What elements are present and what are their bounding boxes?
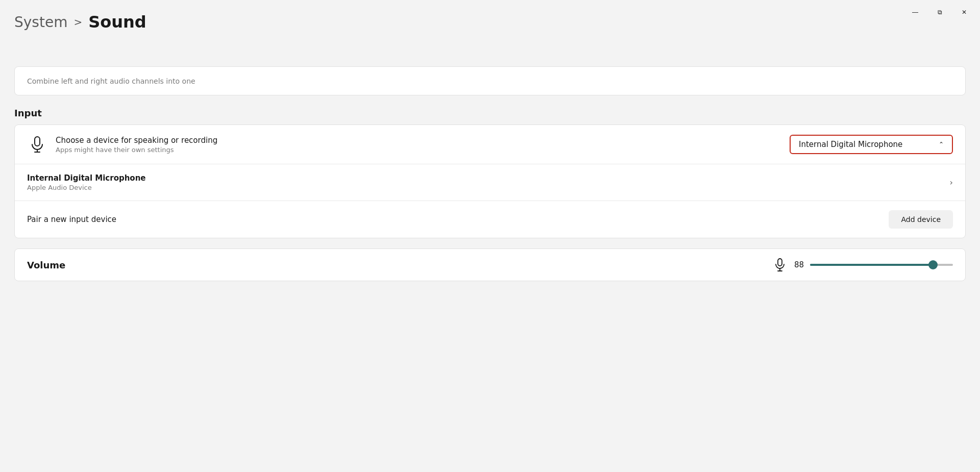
volume-value: 88 — [792, 260, 804, 269]
svg-rect-3 — [778, 259, 782, 266]
main-content: Combine left and right audio channels in… — [14, 66, 966, 281]
choose-device-row[interactable]: Choose a device for speaking or recordin… — [15, 125, 965, 164]
input-section-label: Input — [14, 108, 966, 118]
chevron-up-icon: ⌃ — [939, 141, 944, 148]
combine-channels-row: Combine left and right audio channels in… — [14, 66, 966, 95]
volume-slider[interactable] — [810, 259, 953, 271]
maximize-button[interactable]: ⧉ — [928, 4, 951, 20]
minimize-button[interactable]: — — [903, 4, 927, 20]
internal-mic-subtitle: Apple Audio Device — [27, 184, 950, 191]
choose-device-subtitle: Apps might have their own settings — [56, 146, 790, 154]
pair-device-label: Pair a new input device — [27, 215, 889, 224]
breadcrumb-current: Sound — [88, 12, 146, 32]
choose-device-title: Choose a device for speaking or recordin… — [56, 136, 790, 145]
pair-device-row: Pair a new input device Add device — [15, 201, 965, 238]
breadcrumb-separator: > — [74, 16, 82, 28]
microphone-icon — [27, 134, 47, 155]
internal-mic-text: Internal Digital Microphone Apple Audio … — [27, 173, 950, 191]
combine-channels-text: Combine left and right audio channels in… — [27, 77, 195, 85]
title-bar: — ⧉ ✕ — [903, 0, 980, 20]
input-card: Choose a device for speaking or recordin… — [14, 125, 966, 238]
volume-slider-fill — [810, 264, 933, 266]
add-device-button[interactable]: Add device — [889, 210, 953, 229]
chevron-right-icon: › — [950, 178, 953, 187]
selected-device-box[interactable]: Internal Digital Microphone ⌃ — [790, 135, 953, 154]
selected-device-text: Internal Digital Microphone — [799, 140, 902, 149]
internal-mic-row[interactable]: Internal Digital Microphone Apple Audio … — [15, 164, 965, 201]
volume-controls: 88 — [774, 258, 953, 271]
close-button[interactable]: ✕ — [952, 4, 976, 20]
volume-card: Volume 88 — [14, 249, 966, 281]
choose-device-text: Choose a device for speaking or recordin… — [56, 136, 790, 154]
svg-rect-0 — [35, 137, 40, 146]
volume-mic-icon — [774, 258, 786, 271]
internal-mic-title: Internal Digital Microphone — [27, 173, 950, 183]
volume-slider-thumb[interactable] — [928, 260, 938, 269]
breadcrumb-system[interactable]: System — [14, 14, 67, 31]
breadcrumb: System > Sound — [14, 12, 146, 32]
volume-label: Volume — [27, 260, 774, 270]
